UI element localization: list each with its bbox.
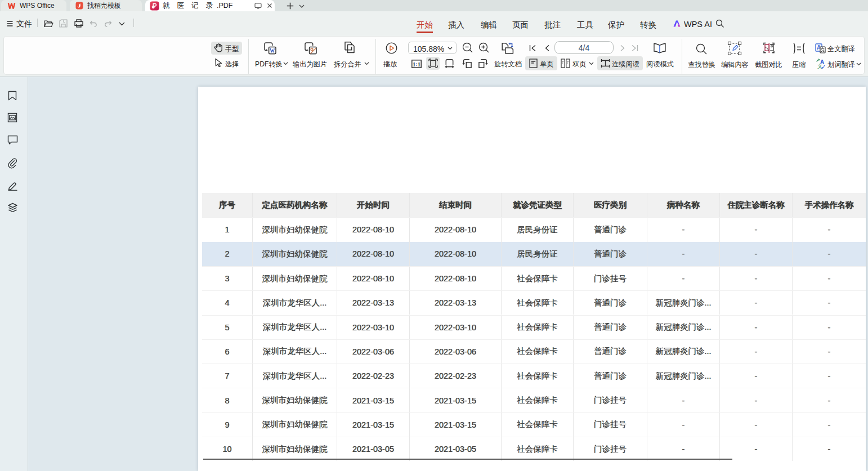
svg-text:1: 1 [418, 61, 420, 68]
svg-text:1: 1 [413, 61, 415, 68]
svg-text:A: A [820, 59, 825, 65]
